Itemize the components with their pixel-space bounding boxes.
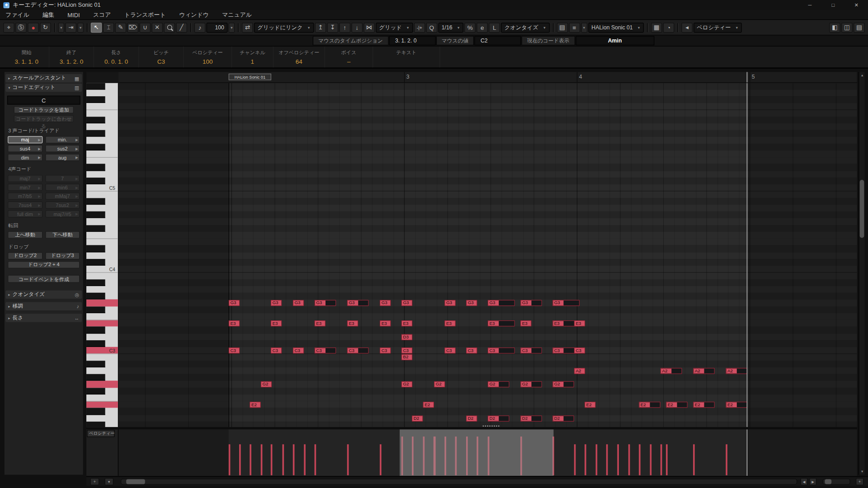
piano-key-black[interactable] xyxy=(86,361,105,367)
velocity-bar[interactable] xyxy=(628,444,630,475)
lower-zone-toggle-button[interactable]: ◫ xyxy=(841,23,852,33)
chord-button-下へ移動[interactable]: 下へ移動 xyxy=(45,231,80,239)
chord-button-dim[interactable]: dim▶ xyxy=(8,154,42,161)
section-scale-assistant[interactable]: ▸ スケールアシスタント ▦ xyxy=(5,74,82,82)
chord-button-ドロップ3[interactable]: ドロップ3 xyxy=(45,252,80,259)
insert-velocity-caret[interactable]: ▼ xyxy=(229,23,235,33)
mute-tool-button[interactable]: ✕ xyxy=(152,23,163,33)
midi-note-C3[interactable]: C3 xyxy=(293,347,304,353)
minimize-button[interactable]: ─ xyxy=(798,0,821,10)
move-down-button[interactable]: ↧ xyxy=(327,23,338,33)
midi-note-C3[interactable]: C3 xyxy=(229,347,240,353)
autoscroll-caret[interactable]: ▼ xyxy=(77,23,83,33)
midi-note-E3[interactable]: E3 xyxy=(315,320,326,326)
piano-key-black[interactable] xyxy=(86,340,105,347)
velocity-bar[interactable] xyxy=(726,444,727,475)
midi-note-D2[interactable]: D2 xyxy=(552,415,574,421)
velocity-lane[interactable] xyxy=(118,429,857,476)
menu-item-4[interactable]: トランスポート xyxy=(124,11,166,19)
highlighted-key-G3[interactable] xyxy=(86,300,118,306)
grid-type-dropdown[interactable]: グリッド▼ xyxy=(376,23,413,33)
part-name-chip[interactable]: HALion Sonic 01 xyxy=(229,74,271,80)
midi-note-G3[interactable]: G3 xyxy=(552,300,580,306)
horizontal-scroll-track[interactable] xyxy=(121,479,797,484)
chord-button-sus2[interactable]: sus2▶ xyxy=(45,145,80,152)
midi-note-A2[interactable]: A2 xyxy=(693,368,715,374)
note-expression-input-button[interactable]: ◔ xyxy=(663,23,674,33)
midi-note-A2[interactable]: A2 xyxy=(660,368,682,374)
window-zones-setup-button[interactable]: ▤ xyxy=(854,23,864,33)
midi-note-G3[interactable]: G3 xyxy=(401,300,412,306)
midi-note-E3[interactable]: E3 xyxy=(271,320,282,326)
midi-note-E3[interactable]: E3 xyxy=(229,320,240,326)
velocity-bar[interactable] xyxy=(666,444,668,475)
piano-keyboard[interactable]: C1C2C3C4C5 xyxy=(86,83,118,427)
midi-note-G3[interactable]: G3 xyxy=(347,300,369,306)
midi-note-E2[interactable]: E2 xyxy=(639,402,660,408)
param-value[interactable] xyxy=(406,58,407,65)
velocity-bar[interactable] xyxy=(315,444,316,475)
param-value[interactable]: 3. 1. 2. 0 xyxy=(60,58,83,65)
info-field-value-1[interactable]: C2 xyxy=(474,36,521,46)
velocity-selection-region[interactable] xyxy=(400,429,553,476)
piano-key-black[interactable] xyxy=(86,388,105,394)
window-layout-caret[interactable]: ▼ xyxy=(58,23,64,33)
velocity-bar[interactable] xyxy=(304,444,306,475)
section-1[interactable]: ▸移調♪ xyxy=(5,302,82,310)
vertical-scroll-thumb[interactable] xyxy=(860,180,864,238)
chord-button-上へ移動[interactable]: 上へ移動 xyxy=(8,231,42,239)
glue-tool-button[interactable]: ∪ xyxy=(140,23,151,33)
midi-note-C3[interactable]: C3 xyxy=(315,347,336,353)
velocity-bar[interactable] xyxy=(271,444,273,475)
menu-item-0[interactable]: ファイル xyxy=(5,11,29,19)
horizontal-zoom-thumb[interactable] xyxy=(825,479,831,484)
midi-note-E2[interactable]: E2 xyxy=(693,402,715,408)
create-chord-event-button[interactable]: コードイベントを作成 xyxy=(8,275,80,283)
quantize-panel-button[interactable]: e xyxy=(476,23,487,33)
midi-note-G3[interactable]: G3 xyxy=(466,300,477,306)
highlighted-key-E3[interactable] xyxy=(86,320,118,327)
midi-note-E2[interactable]: E2 xyxy=(250,402,260,408)
highlighted-key-E2[interactable] xyxy=(86,401,118,408)
midi-note-G3[interactable]: G3 xyxy=(315,300,336,306)
scroll-right-arrow[interactable]: ▶ xyxy=(809,478,816,485)
quantize-preset-dropdown[interactable]: 1/16▼ xyxy=(438,23,463,33)
velocity-bar[interactable] xyxy=(261,444,263,475)
piano-key-black[interactable] xyxy=(86,130,105,137)
param-value[interactable]: – xyxy=(347,58,351,65)
velocity-bar[interactable] xyxy=(585,444,586,475)
line-tool-button[interactable]: ╱ xyxy=(176,23,187,33)
velocity-bar[interactable] xyxy=(650,444,652,475)
midi-note-G2[interactable]: G2 xyxy=(434,381,445,387)
piano-key-black[interactable] xyxy=(86,422,105,427)
midi-note-G3[interactable]: G3 xyxy=(293,300,304,306)
track-zoom-preset-button[interactable]: ▼ xyxy=(104,478,113,485)
velocity-bar[interactable] xyxy=(250,444,251,475)
transpose-up-button[interactable]: ↑ xyxy=(339,23,350,33)
midi-note-G2[interactable]: G2 xyxy=(401,381,412,387)
piano-key-black[interactable] xyxy=(86,117,105,123)
param-value[interactable]: 64 xyxy=(296,58,302,65)
draw-tool-button[interactable]: ✎ xyxy=(115,23,126,33)
vertical-scrollbar[interactable]: ▲▼ xyxy=(859,72,864,474)
part-caret[interactable]: ▼ xyxy=(581,23,587,33)
midi-note-E3[interactable]: E3 xyxy=(401,320,412,326)
acoustic-feedback-button[interactable]: ↻ xyxy=(40,23,51,33)
midi-note-E3[interactable]: E3 xyxy=(380,320,391,326)
object-selection-tool-button[interactable]: ↖ xyxy=(91,23,102,33)
event-colors-dropdown[interactable]: ベロシティー▼ xyxy=(693,23,742,33)
midi-note-E3[interactable]: E3 xyxy=(520,320,531,326)
param-value[interactable]: 100 xyxy=(203,58,212,65)
chord-root-field[interactable]: C xyxy=(7,96,80,105)
piano-key-black[interactable] xyxy=(86,327,105,333)
midi-note-C3[interactable]: C3 xyxy=(271,347,282,353)
maximize-button[interactable]: □ xyxy=(821,0,844,10)
midi-note-C3[interactable]: C3 xyxy=(444,347,455,353)
left-zone-toggle-button[interactable]: ◧ xyxy=(829,23,840,33)
track-zoom-add-button[interactable]: + xyxy=(90,478,99,485)
add-chord-track-button[interactable]: コードトラックを追加 xyxy=(14,106,74,113)
midi-note-C3[interactable]: C3 xyxy=(520,347,542,353)
show-part-borders-button[interactable]: ▤ xyxy=(557,23,567,33)
highlighted-key-G2[interactable] xyxy=(86,381,118,388)
velocity-bar[interactable] xyxy=(380,444,382,475)
